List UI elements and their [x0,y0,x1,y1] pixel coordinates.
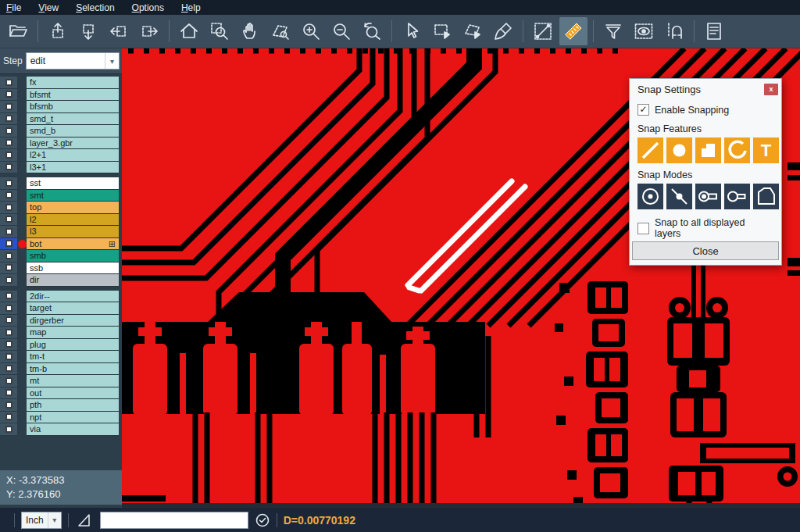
layer-visibility-checkbox[interactable] [0,137,17,150]
pan-up-button[interactable] [44,17,72,45]
snap-surface-button[interactable] [695,137,721,163]
measure-line-button[interactable] [529,17,557,45]
zoom-polygon-button[interactable] [266,17,295,45]
layer-visibility-checkbox[interactable] [0,412,17,424]
layer-visibility-checkbox[interactable] [0,315,17,327]
snap-all-layers-checkbox[interactable] [638,223,649,234]
snap-pad-outline-button[interactable] [724,184,750,209]
layer-visibility-checkbox[interactable] [0,274,17,287]
layer-row-l3+1[interactable]: l3+1 [0,162,122,174]
snap-line-button[interactable] [638,137,663,163]
pan-right-button[interactable] [135,17,163,45]
layer-row-target[interactable]: target [0,302,122,315]
paint-button[interactable] [489,17,517,45]
layer-row-mt[interactable]: mt [0,375,122,387]
layer-row-via[interactable]: via [0,423,122,436]
snap-point-button[interactable] [666,184,692,209]
layer-visibility-checkbox[interactable] [0,399,17,412]
snap-arc-button[interactable] [724,137,750,163]
layer-row-smd_t[interactable]: smd_t [0,113,122,126]
snap-button[interactable] [660,17,688,45]
layer-visibility-checkbox[interactable] [0,202,17,214]
chevron-down-icon[interactable]: ▾ [48,512,61,528]
menu-item-help[interactable]: Help [181,2,201,13]
layer-row-l2+1[interactable]: l2+1 [0,149,122,162]
layer-visibility-checkbox[interactable] [0,262,17,275]
layer-visibility-checkbox[interactable] [0,89,17,102]
dialog-close-button[interactable]: Close [632,241,779,260]
layer-row-pth[interactable]: pth [0,399,122,412]
layer-visibility-checkbox[interactable] [0,291,17,303]
layer-row-l3[interactable]: l3 [0,226,122,238]
layer-visibility-checkbox[interactable] [0,162,17,174]
open-button[interactable] [4,17,32,45]
layer-visibility-checkbox[interactable] [0,190,17,202]
menu-item-selection[interactable]: Selection [76,2,114,13]
menu-item-file[interactable]: File [6,2,21,13]
sync-check-icon[interactable] [255,512,270,528]
layer-row-ssb[interactable]: ssb [0,262,122,275]
layer-visibility-checkbox[interactable] [0,149,17,162]
pan-hand-button[interactable] [236,17,264,45]
layer-visibility-checkbox[interactable] [0,375,17,387]
layer-visibility-checkbox[interactable] [0,250,17,262]
layer-row-dirgerber[interactable]: dirgerber [0,315,122,327]
layer-row-fx[interactable]: fx [0,77,122,89]
select-button[interactable] [398,17,426,45]
layer-row-top[interactable]: top [0,202,122,214]
dialog-title-bar[interactable]: Snap Settings x [630,79,781,99]
layer-row-dir[interactable]: dir [0,274,122,287]
layer-row-map[interactable]: map [0,327,122,339]
layer-visibility-checkbox[interactable] [0,339,17,352]
layer-row-plug[interactable]: plug [0,339,122,352]
pan-left-button[interactable] [105,17,133,45]
layer-row-tm-b[interactable]: tm-b [0,363,122,376]
select-rectangle-button[interactable] [428,17,456,45]
snap-text-button[interactable]: T [753,137,779,163]
layer-visibility-checkbox[interactable] [0,226,17,238]
layer-visibility-checkbox[interactable] [0,77,17,89]
unit-select[interactable]: Inch ▾ [21,512,62,529]
layer-visibility-checkbox[interactable] [0,302,17,315]
layer-row-sst[interactable]: sst [0,177,122,190]
layer-row-npt[interactable]: npt [0,412,122,424]
layer-visibility-checkbox[interactable] [0,351,17,363]
filter-button[interactable] [599,17,627,45]
home-view-button[interactable] [175,17,203,45]
zoom-out-button[interactable] [327,17,355,45]
snap-pad-filled-button[interactable] [695,184,721,209]
snap-center-button[interactable] [638,184,663,209]
select-polygon-button[interactable] [459,17,487,45]
measure-value-input[interactable] [100,512,248,529]
layer-row-smd_b[interactable]: smd_b [0,125,122,137]
close-icon[interactable]: x [764,84,778,95]
ruler-button[interactable] [559,17,588,45]
layer-visibility-checkbox[interactable] [0,214,17,227]
layer-row-2dir--[interactable]: 2dir-- [0,291,122,303]
snap-contour-button[interactable] [753,184,779,209]
layer-visibility-checkbox[interactable] [0,423,17,436]
snap-circle-button[interactable] [666,137,692,163]
menu-item-view[interactable]: View [38,2,59,13]
layer-row-layer_3.gbr[interactable]: layer_3.gbr [0,137,122,150]
report-button[interactable] [700,17,728,45]
layer-row-bfsmb[interactable]: bfsmb [0,101,122,113]
layer-visibility-checkbox[interactable] [0,363,17,376]
layer-visibility-checkbox[interactable] [0,327,17,339]
grid-icon[interactable]: ⊞ [109,239,116,249]
layer-visibility-checkbox[interactable] [0,113,17,126]
zoom-previous-button[interactable] [358,17,386,45]
chevron-down-icon[interactable]: ▾ [105,53,119,69]
layer-row-smt[interactable]: smt [0,190,122,202]
layer-row-smb[interactable]: smb [0,250,122,262]
layer-row-bot[interactable]: bot⊞ [0,238,122,251]
layer-visibility-checkbox[interactable] [0,387,17,400]
zoom-window-button[interactable] [205,17,234,45]
layer-visibility-checkbox[interactable] [0,101,17,113]
view-options-button[interactable] [630,17,658,45]
layer-row-tm-t[interactable]: tm-t [0,351,122,363]
pan-down-button[interactable] [74,17,102,45]
layer-row-l2[interactable]: l2 [0,214,122,227]
layer-visibility-checkbox[interactable] [0,125,17,137]
layer-row-out[interactable]: out [0,387,122,400]
